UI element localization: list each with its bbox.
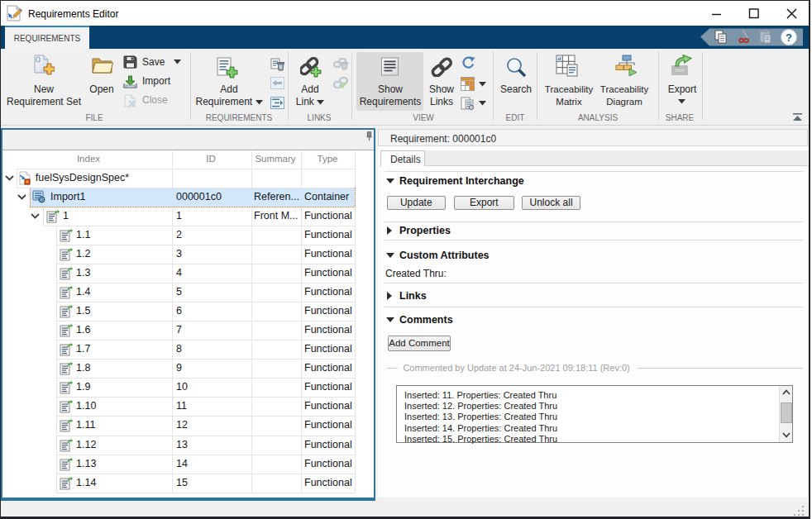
svg-text:?: ? [786, 31, 792, 44]
